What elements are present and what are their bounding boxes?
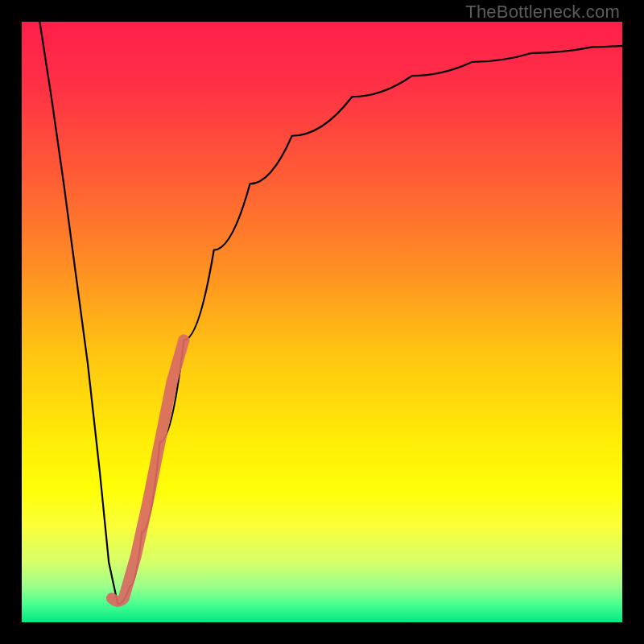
bottleneck-curve — [39, 22, 622, 605]
chart-frame: TheBottleneck.com — [0, 0, 644, 644]
highlight-segment — [112, 340, 184, 601]
chart-svg — [22, 22, 622, 622]
watermark-text: TheBottleneck.com — [465, 2, 620, 23]
